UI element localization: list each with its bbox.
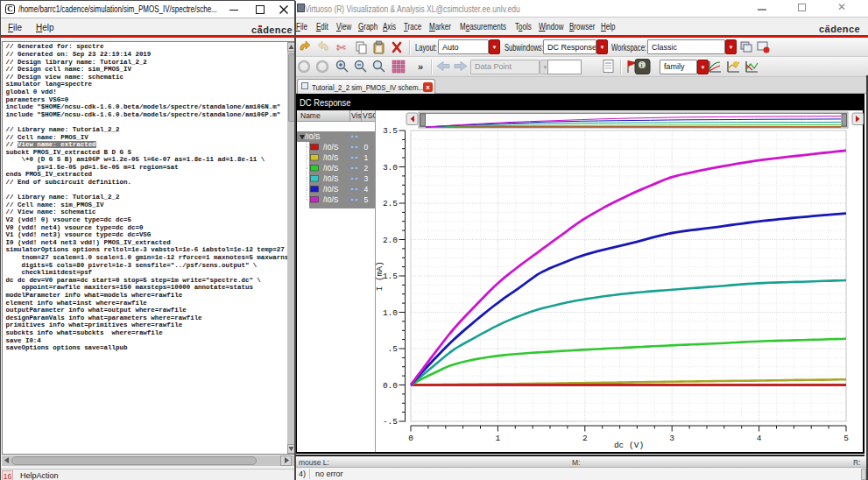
svg-text:»: » xyxy=(418,61,423,72)
svg-text:1.5: 1.5 xyxy=(383,272,398,281)
svg-text:0: 0 xyxy=(364,143,369,152)
svg-text:I (mA): I (mA) xyxy=(375,261,385,291)
svg-text:4: 4 xyxy=(757,433,762,442)
svg-text:3.5: 3.5 xyxy=(383,126,398,136)
svg-text:2: 2 xyxy=(364,164,369,173)
svg-text:2.5: 2.5 xyxy=(383,199,398,208)
svg-text:/I0/S: /I0/S xyxy=(323,174,339,183)
svg-text:5: 5 xyxy=(364,195,369,204)
svg-text:✄: ✄ xyxy=(336,41,346,54)
svg-text:/I0/S: /I0/S xyxy=(305,132,321,141)
svg-text:dc (V): dc (V) xyxy=(614,441,644,450)
svg-text:3: 3 xyxy=(669,433,674,442)
svg-text:3: 3 xyxy=(364,174,369,183)
svg-text:0.0: 0.0 xyxy=(383,380,398,390)
svg-text:2: 2 xyxy=(582,433,588,442)
svg-text:5: 5 xyxy=(843,433,849,442)
svg-text:0: 0 xyxy=(408,433,413,442)
svg-text:.5: .5 xyxy=(388,344,399,354)
svg-text:2.0: 2.0 xyxy=(383,235,398,244)
svg-text:4: 4 xyxy=(364,185,369,194)
svg-text:/I0/S: /I0/S xyxy=(323,185,339,194)
svg-text:1.0: 1.0 xyxy=(383,307,398,317)
svg-text:1: 1 xyxy=(496,433,501,442)
svg-text:/I0/S: /I0/S xyxy=(323,153,339,162)
svg-text:3.0: 3.0 xyxy=(383,162,398,172)
svg-text:1: 1 xyxy=(364,153,369,162)
svg-text:/I0/S: /I0/S xyxy=(323,164,339,173)
svg-text:-.5: -.5 xyxy=(383,417,398,427)
svg-text:/I0/S: /I0/S xyxy=(323,195,339,204)
svg-text:/I0/S: /I0/S xyxy=(323,143,339,152)
